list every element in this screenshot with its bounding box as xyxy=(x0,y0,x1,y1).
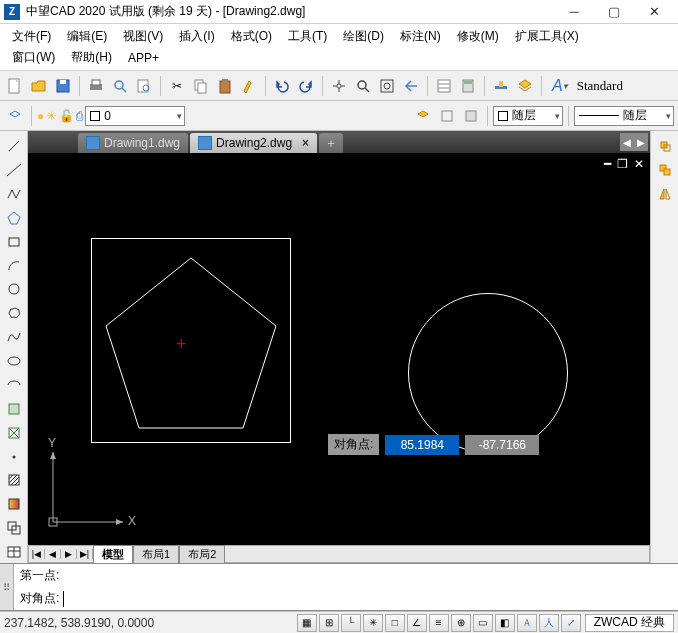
drawing-canvas[interactable]: ━ ❐ ✕ + X Y 对角点: xyxy=(28,153,650,545)
redo-icon[interactable] xyxy=(295,75,317,97)
hatch-tool-icon[interactable] xyxy=(3,469,25,491)
find-icon[interactable] xyxy=(133,75,155,97)
revcloud-tool-icon[interactable] xyxy=(3,302,25,324)
tab-new[interactable]: ＋ xyxy=(319,133,343,153)
paste-icon[interactable] xyxy=(214,75,236,97)
zoom-prev-icon[interactable] xyxy=(400,75,422,97)
layout-1[interactable]: 布局1 xyxy=(133,545,179,564)
mdi-minimize-icon[interactable]: ━ xyxy=(604,157,611,171)
prop-paint-icon[interactable] xyxy=(490,75,512,97)
menu-help[interactable]: 帮助(H) xyxy=(63,47,120,68)
region-tool-icon[interactable] xyxy=(3,517,25,539)
props-icon[interactable] xyxy=(433,75,455,97)
spline-tool-icon[interactable] xyxy=(3,326,25,348)
tab-close-icon[interactable]: × xyxy=(302,136,309,150)
grid-toggle[interactable]: ⊞ xyxy=(319,614,339,632)
prompt-y-input[interactable] xyxy=(465,435,539,455)
insert-tool-icon[interactable] xyxy=(3,398,25,420)
maximize-button[interactable]: ▢ xyxy=(594,1,634,23)
zoom-icon[interactable] xyxy=(352,75,374,97)
open-icon[interactable] xyxy=(28,75,50,97)
textstyle-icon[interactable]: A▾ xyxy=(547,75,573,97)
menu-edit[interactable]: 编辑(E) xyxy=(59,26,115,47)
polar-toggle[interactable]: ✳ xyxy=(363,614,383,632)
ortho-toggle[interactable]: └ xyxy=(341,614,361,632)
zoom-ext-icon[interactable] xyxy=(376,75,398,97)
tab-drawing1[interactable]: Drawing1.dwg xyxy=(78,133,188,153)
menu-modify[interactable]: 修改(M) xyxy=(449,26,507,47)
undo-icon[interactable] xyxy=(271,75,293,97)
cmd-input[interactable] xyxy=(63,591,672,607)
copy-icon[interactable] xyxy=(190,75,212,97)
layer-dropdown[interactable]: 0 xyxy=(85,106,185,126)
linetype-dropdown[interactable]: 随层 xyxy=(574,106,674,126)
xline-tool-icon[interactable] xyxy=(3,159,25,181)
pan-icon[interactable] xyxy=(328,75,350,97)
point-tool-icon[interactable] xyxy=(3,446,25,468)
layout-last-icon[interactable]: ▶| xyxy=(77,549,93,559)
line-tool-icon[interactable] xyxy=(3,135,25,157)
preview-icon[interactable] xyxy=(109,75,131,97)
menu-draw[interactable]: 绘图(D) xyxy=(335,26,392,47)
layermgr-icon[interactable] xyxy=(4,105,26,127)
ann2-toggle[interactable]: 人 xyxy=(539,614,559,632)
calc-icon[interactable] xyxy=(457,75,479,97)
menu-insert[interactable]: 插入(I) xyxy=(171,26,222,47)
layerstate-icon[interactable] xyxy=(412,105,434,127)
copy-tool-icon[interactable] xyxy=(654,159,676,181)
pline-tool-icon[interactable] xyxy=(3,183,25,205)
tab-prev-icon[interactable]: ◀ xyxy=(620,133,634,151)
ann-toggle[interactable]: Ａ xyxy=(517,614,537,632)
mdi-close-icon[interactable]: ✕ xyxy=(634,157,644,171)
gradient-tool-icon[interactable] xyxy=(3,493,25,515)
menu-window[interactable]: 窗口(W) xyxy=(4,47,63,68)
polygon-tool-icon[interactable] xyxy=(3,207,25,229)
minimize-button[interactable]: ─ xyxy=(554,1,594,23)
layout-2[interactable]: 布局2 xyxy=(179,545,225,564)
menu-ext[interactable]: 扩展工具(X) xyxy=(507,26,587,47)
color-dropdown[interactable]: 随层 xyxy=(493,106,563,126)
layer-icon[interactable] xyxy=(514,75,536,97)
match-icon[interactable] xyxy=(238,75,260,97)
layeriso-icon[interactable] xyxy=(436,105,458,127)
circle-tool-icon[interactable] xyxy=(3,278,25,300)
layout-next-icon[interactable]: ▶ xyxy=(61,549,77,559)
close-button[interactable]: ✕ xyxy=(634,1,674,23)
otrack-toggle[interactable]: ∠ xyxy=(407,614,427,632)
cut-icon[interactable]: ✂ xyxy=(166,75,188,97)
table-tool-icon[interactable] xyxy=(3,541,25,563)
menu-file[interactable]: 文件(F) xyxy=(4,26,59,47)
rect-tool-icon[interactable] xyxy=(3,231,25,253)
menu-tools[interactable]: 工具(T) xyxy=(280,26,335,47)
mirror-tool-icon[interactable] xyxy=(654,183,676,205)
layout-first-icon[interactable]: |◀ xyxy=(29,549,45,559)
print-icon[interactable] xyxy=(85,75,107,97)
osnap-toggle[interactable]: □ xyxy=(385,614,405,632)
workspace-dropdown[interactable]: ZWCAD 经典 xyxy=(585,614,674,632)
mdi-restore-icon[interactable]: ❐ xyxy=(617,157,628,171)
layeroff-icon[interactable] xyxy=(460,105,482,127)
lwt-toggle[interactable]: ≡ xyxy=(429,614,449,632)
move-tool-icon[interactable] xyxy=(654,135,676,157)
scale-toggle[interactable]: ⤢ xyxy=(561,614,581,632)
layout-model[interactable]: 模型 xyxy=(93,545,133,564)
ellipsearc-tool-icon[interactable] xyxy=(3,374,25,396)
model-toggle[interactable]: ▭ xyxy=(473,614,493,632)
arc-tool-icon[interactable] xyxy=(3,254,25,276)
layout-prev-icon[interactable]: ◀ xyxy=(45,549,61,559)
snap-toggle[interactable]: ▦ xyxy=(297,614,317,632)
menu-dim[interactable]: 标注(N) xyxy=(392,26,449,47)
dyn-toggle[interactable]: ⊕ xyxy=(451,614,471,632)
ellipse-tool-icon[interactable] xyxy=(3,350,25,372)
menu-format[interactable]: 格式(O) xyxy=(223,26,280,47)
tab-drawing2[interactable]: Drawing2.dwg × xyxy=(190,133,317,153)
cmd-handle-icon[interactable]: ⠿ xyxy=(0,564,14,610)
cycle-toggle[interactable]: ◧ xyxy=(495,614,515,632)
save-icon[interactable] xyxy=(52,75,74,97)
tab-next-icon[interactable]: ▶ xyxy=(634,133,648,151)
prompt-x-input[interactable] xyxy=(385,435,459,455)
new-icon[interactable] xyxy=(4,75,26,97)
menu-view[interactable]: 视图(V) xyxy=(115,26,171,47)
block-tool-icon[interactable] xyxy=(3,422,25,444)
menu-app[interactable]: APP+ xyxy=(120,49,167,67)
